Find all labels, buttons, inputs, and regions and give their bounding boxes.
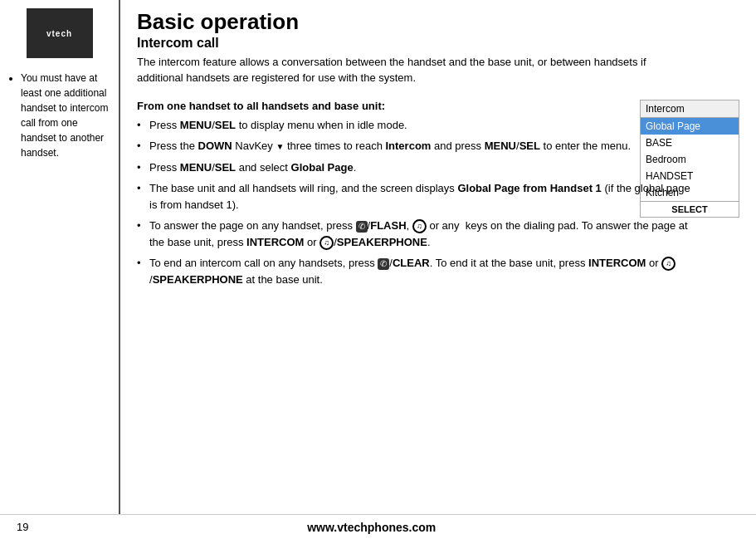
intercom-panel-kitchen[interactable]: Kitchen <box>641 184 739 201</box>
intercom-panel-handset[interactable]: HANDSET <box>641 168 739 184</box>
bullet-item-5: To answer the page on any handset, press… <box>137 218 693 250</box>
speaker-icon-1: ♫ <box>412 219 427 233</box>
bullet-item-6: To end an intercom call on any handsets,… <box>137 255 693 287</box>
intercom-panel-title: Intercom <box>641 100 739 118</box>
footer-page-number: 19 <box>17 521 28 533</box>
sidebar-logo: vtech <box>27 8 93 58</box>
intercom-panel-global-page[interactable]: Global Page <box>641 118 739 135</box>
main-content: Basic operation Intercom call The interc… <box>120 0 756 514</box>
footer: 19 www.vtechphones.com <box>0 514 756 539</box>
logo-text: vtech <box>46 29 72 38</box>
intro-text: The intercom feature allows a conversati… <box>137 54 676 86</box>
section-title: Intercom call <box>137 36 739 51</box>
flash-icon: ✆ <box>356 221 368 233</box>
footer-website: www.vtechphones.com <box>307 521 436 534</box>
speaker-icon-2: ♫ <box>319 236 334 250</box>
intercom-panel: Intercom Global Page BASE Bedroom HANDSE… <box>640 100 739 218</box>
speaker-icon-3: ♫ <box>661 257 676 271</box>
intercom-panel-bedroom[interactable]: Bedroom <box>641 151 739 168</box>
page-title: Basic operation <box>137 10 739 34</box>
page-container: vtech You must have at least one additio… <box>0 0 756 514</box>
sidebar-bullet-text: You must have at least one additional ha… <box>21 71 110 160</box>
bullet-item-3: Press MENU/SEL and select Global Page. <box>137 159 693 176</box>
sidebar-bullet: You must have at least one additional ha… <box>0 71 119 160</box>
intercom-panel-base[interactable]: BASE <box>641 135 739 151</box>
clear-icon: ✆ <box>378 258 389 270</box>
bullet-item-1: Press MENU/SEL to display menu when in i… <box>137 117 693 134</box>
bullet-item-2: Press the DOWN NavKey ▼ three times to r… <box>137 138 693 154</box>
bullet-item-4: The base unit and all handsets will ring… <box>137 180 693 213</box>
intercom-select-button[interactable]: SELECT <box>641 201 739 217</box>
sidebar: vtech You must have at least one additio… <box>0 0 120 514</box>
